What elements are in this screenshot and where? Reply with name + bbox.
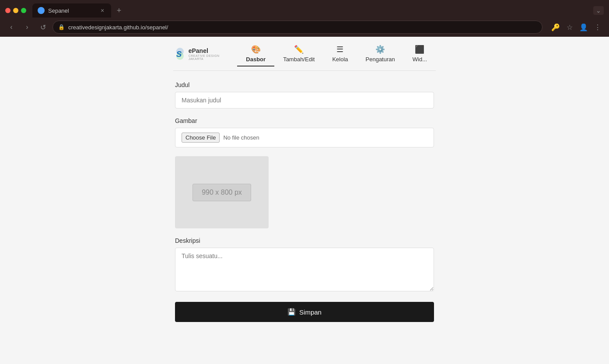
dasbor-icon: 🎨 (251, 45, 261, 54)
save-icon: 💾 (287, 308, 296, 316)
choose-file-button[interactable]: Choose File (182, 133, 220, 143)
kelola-icon: ☰ (336, 45, 343, 54)
tab-title: Sepanel (48, 7, 95, 14)
judul-label: Judul (175, 81, 434, 88)
reload-button[interactable]: ↺ (37, 21, 49, 33)
url-security-icon: 🔒 (58, 24, 65, 30)
browser-chrome: Sepanel × + ⌄ ‹ › ↺ 🔒 creativedesignjaka… (0, 0, 609, 37)
menu-button[interactable]: ⋮ (592, 21, 604, 33)
image-placeholder: 990 x 800 px (175, 156, 269, 228)
app-container: S ePanel CREATIVE DESIGN JAKARTA 🎨 Dasbo… (173, 37, 436, 340)
nav-label-widget: Wid... (413, 56, 427, 63)
bookmark-icon[interactable]: ☆ (564, 21, 576, 33)
judul-field-group: Judul (175, 81, 434, 108)
close-window-button[interactable] (5, 8, 10, 13)
pengaturan-icon: ⚙️ (375, 45, 385, 54)
nav-item-kelola[interactable]: ☰ Kelola (323, 41, 357, 66)
nav-label-pengaturan: Pengaturan (366, 56, 395, 63)
save-label: Simpan (299, 308, 322, 316)
tab-close-button[interactable]: × (99, 7, 106, 14)
judul-input[interactable] (175, 92, 434, 108)
deskripsi-field-group: Deskripsi (175, 237, 434, 293)
deskripsi-label: Deskripsi (175, 237, 434, 244)
nav-item-tambah[interactable]: ✏️ Tambah/Edit (274, 41, 323, 66)
nav-label-tambah: Tambah/Edit (283, 56, 315, 63)
traffic-lights (5, 8, 26, 13)
no-file-text: No file chosen (223, 134, 259, 141)
logo-sub: CREATIVE DESIGN JAKARTA (189, 54, 229, 60)
address-bar: ‹ › ↺ 🔒 creativedesignjakarta.github.io/… (0, 18, 609, 37)
maximize-window-button[interactable] (21, 8, 26, 13)
svg-text:S: S (176, 49, 182, 58)
profile-icon[interactable]: 👤 (578, 21, 590, 33)
file-input-wrapper: Choose File No file chosen (175, 128, 434, 147)
browser-actions: 🔑 ☆ 👤 ⋮ (550, 21, 604, 33)
tab-bar: Sepanel × + ⌄ (0, 0, 609, 18)
forward-button[interactable]: › (21, 21, 33, 33)
nav-label-kelola: Kelola (332, 56, 348, 63)
new-tab-button[interactable]: + (113, 4, 125, 17)
page-content: S ePanel CREATIVE DESIGN JAKARTA 🎨 Dasbo… (0, 37, 609, 364)
form-section: Judul Gambar Choose File No file chosen … (173, 81, 436, 322)
logo: S ePanel CREATIVE DESIGN JAKARTA (173, 46, 228, 62)
logo-name: ePanel (189, 47, 229, 54)
nav-item-dasbor[interactable]: 🎨 Dasbor (237, 41, 274, 66)
minimize-window-button[interactable] (13, 8, 18, 13)
logo-icon: S (173, 46, 187, 62)
nav-label-dasbor: Dasbor (246, 56, 266, 63)
image-size-text: 990 x 800 px (202, 189, 242, 196)
tambah-icon: ✏️ (294, 45, 304, 54)
back-button[interactable]: ‹ (5, 21, 18, 33)
url-bar[interactable]: 🔒 creativedesignjakarta.github.io/sepane… (52, 21, 542, 34)
deskripsi-input[interactable] (175, 248, 434, 291)
browser-tab[interactable]: Sepanel × (32, 4, 111, 18)
image-size-badge: 990 x 800 px (192, 184, 251, 201)
top-nav: S ePanel CREATIVE DESIGN JAKARTA 🎨 Dasbo… (173, 37, 436, 71)
nav-item-pengaturan[interactable]: ⚙️ Pengaturan (357, 41, 404, 66)
save-button[interactable]: 💾 Simpan (175, 302, 434, 322)
gambar-field-group: Gambar Choose File No file chosen (175, 117, 434, 147)
url-text: creativedesignjakarta.github.io/sepanel/ (68, 24, 168, 31)
tab-favicon (38, 7, 45, 14)
password-icon[interactable]: 🔑 (550, 21, 562, 33)
widget-icon: ⬛ (415, 45, 424, 54)
nav-item-widget[interactable]: ⬛ Wid... (404, 41, 436, 66)
gambar-label: Gambar (175, 117, 434, 124)
tab-overflow-button[interactable]: ⌄ (593, 6, 604, 15)
